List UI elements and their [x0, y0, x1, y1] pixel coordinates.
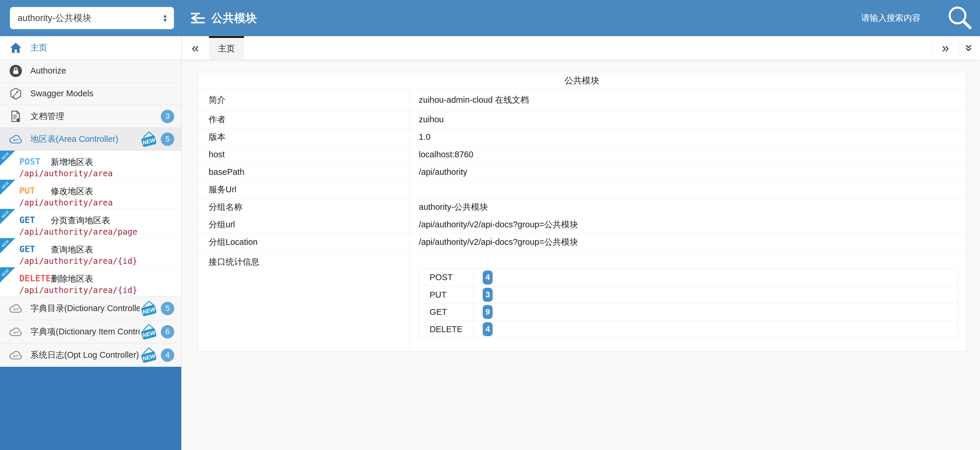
count-badge: 5 — [161, 132, 174, 146]
sidebar-item-label: 文档管理 — [30, 111, 64, 122]
group-info-table: 公共模块 简介 zuihou-admin-cloud 在线文档 作者 zuiho… — [197, 72, 967, 352]
row-value: zuihou-admin-cloud 在线文档 — [410, 89, 966, 111]
stat-count-badge: 9 — [483, 305, 493, 319]
tab-label: 主页 — [218, 43, 235, 54]
lock-icon — [8, 64, 23, 78]
stat-method: POST — [419, 269, 474, 286]
row-label: 简介 — [197, 89, 410, 111]
group-select-value: authority-公共模块 — [18, 12, 162, 24]
sidebar-item-swagger-models[interactable]: Swagger Models — [0, 82, 181, 105]
sidebar-controller-opt-log[interactable]: API 系统日志(Opt Log Controller) NEW 4 — [0, 343, 181, 367]
table-title: 公共模块 — [197, 72, 966, 89]
new-tag-icon: NEW — [140, 323, 158, 340]
tabs-scroll-left-button[interactable]: « — [181, 36, 209, 60]
row-label: basePath — [197, 164, 410, 181]
stat-method: PUT — [419, 286, 474, 303]
new-ribbon-icon: NEW — [0, 180, 15, 195]
tab-home[interactable]: 主页 — [209, 36, 244, 60]
operation-list: NEW POST 新增地区表 /api/authority/area NEW P… — [0, 151, 181, 297]
operation-path: /api/authority/area — [19, 169, 113, 178]
stat-method: GET — [419, 304, 474, 320]
page-title-text: 公共模块 — [211, 10, 257, 26]
sidebar-footer — [0, 367, 181, 450]
row-value: /api/authority/v2/api-docs?group=公共模块 — [410, 234, 966, 251]
main-layout: 主页 Authorize — [0, 36, 980, 450]
cloud-api-icon: API — [8, 134, 23, 145]
table-row: 分组Location /api/authority/v2/api-docs?gr… — [197, 233, 966, 251]
updown-arrows-icon: ▲▼ — [162, 14, 167, 22]
header-search: 请输入搜索内容 — [861, 5, 974, 32]
table-row: 简介 zuihou-admin-cloud 在线文档 — [197, 89, 966, 111]
content-area: 公共模块 简介 zuihou-admin-cloud 在线文档 作者 zuiho… — [181, 60, 980, 450]
svg-text:API: API — [13, 354, 19, 358]
row-label: 分组url — [197, 216, 410, 233]
search-placeholder[interactable]: 请输入搜索内容 — [861, 12, 921, 24]
top-header: authority-公共模块 ▲▼ 公共模块 请输入搜索内容 — [0, 0, 980, 36]
operation-path: /api/authority/area/page — [19, 227, 137, 237]
row-label: host — [197, 146, 410, 163]
svg-text:API: API — [13, 307, 19, 311]
document-gear-icon — [8, 110, 23, 123]
search-icon[interactable] — [947, 5, 974, 32]
page-title: 公共模块 — [190, 10, 257, 26]
http-method: POST — [19, 156, 40, 167]
stat-count-badge: 4 — [483, 270, 493, 285]
table-row: 分组名称 authority-公共模块 — [197, 198, 966, 216]
row-value: localhost:8760 — [410, 146, 966, 163]
operation-name: 新增地区表 — [51, 156, 93, 168]
api-operation[interactable]: NEW GET 查询地区表 /api/authority/area/{id} — [0, 238, 181, 267]
operation-name: 查询地区表 — [51, 244, 93, 256]
cloud-api-icon: API — [8, 303, 23, 314]
stat-row: GET 9 — [419, 303, 958, 320]
tabs-menu-button[interactable]: » — [959, 36, 980, 60]
sidebar-item-authorize[interactable]: Authorize — [0, 60, 181, 82]
row-value: POST 4 PUT 3 GET 9 — [410, 251, 966, 351]
main-panel: « 主页 » » 公共模块 简介 zuihou-adm — [181, 36, 980, 450]
sidebar: 主页 Authorize — [0, 36, 181, 450]
group-select[interactable]: authority-公共模块 ▲▼ — [10, 7, 174, 29]
controller-label: 系统日志(Opt Log Controller) — [30, 349, 139, 361]
menu-icon — [190, 11, 205, 25]
sidebar-item-label: 主页 — [30, 42, 47, 54]
controller-label: 字典项(Dictionary Item Controller) — [30, 326, 140, 338]
new-ribbon-icon: NEW — [0, 209, 15, 224]
table-row: 作者 zuihou — [197, 111, 966, 128]
row-label: 接口统计信息 — [197, 251, 410, 351]
http-method: DELETE — [19, 273, 51, 283]
table-row: basePath /api/authority — [197, 163, 966, 181]
home-icon — [8, 42, 23, 54]
sidebar-item-doc-manage[interactable]: 文档管理 3 — [0, 105, 181, 128]
tabs-scroll-right-button[interactable]: » — [932, 36, 959, 60]
method-stats-table: POST 4 PUT 3 GET 9 — [419, 269, 958, 338]
stat-count-badge: 4 — [483, 322, 493, 336]
chevrons-right-icon: » — [942, 41, 949, 55]
sidebar-item-label: Swagger Models — [30, 89, 93, 99]
row-label: 服务Url — [197, 181, 410, 198]
row-value — [410, 181, 966, 198]
svg-text:API: API — [13, 331, 19, 334]
row-value: /api/authority/v2/api-docs?group=公共模块 — [410, 216, 966, 233]
table-row: host localhost:8760 — [197, 146, 966, 163]
api-operation[interactable]: NEW POST 新增地区表 /api/authority/area — [0, 151, 181, 180]
cloud-api-icon: API — [8, 326, 23, 337]
operation-path: /api/authority/area/{id} — [19, 285, 137, 295]
operation-name: 分页查询地区表 — [51, 215, 110, 226]
sidebar-item-label: Authorize — [30, 66, 66, 76]
operation-path: /api/authority/area/{id} — [19, 256, 137, 266]
models-icon — [8, 87, 23, 100]
sidebar-controller-dictionary-item[interactable]: API 字典项(Dictionary Item Controller) NEW … — [0, 320, 181, 343]
api-operation[interactable]: NEW PUT 修改地区表 /api/authority/area — [0, 180, 181, 209]
svg-text:API: API — [13, 138, 19, 142]
new-ribbon-icon: NEW — [0, 267, 15, 283]
table-row-stats: 接口统计信息 POST 4 PUT 3 — [197, 251, 966, 351]
http-method: PUT — [19, 186, 35, 196]
sidebar-controller-dictionary[interactable]: API 字典目录(Dictionary Controller) NEW 5 — [0, 297, 181, 320]
stat-row: POST 4 — [419, 269, 958, 286]
new-tag-icon: NEW — [140, 131, 158, 148]
api-operation[interactable]: NEW DELETE 删除地区表 /api/authority/area/{id… — [0, 267, 181, 296]
sidebar-item-home[interactable]: 主页 — [0, 36, 181, 60]
http-method: GET — [19, 215, 35, 225]
api-operation[interactable]: NEW GET 分页查询地区表 /api/authority/area/page — [0, 209, 181, 238]
stat-method: DELETE — [419, 321, 474, 338]
sidebar-controller-area[interactable]: API 地区表(Area Controller) NEW 5 — [0, 128, 181, 151]
